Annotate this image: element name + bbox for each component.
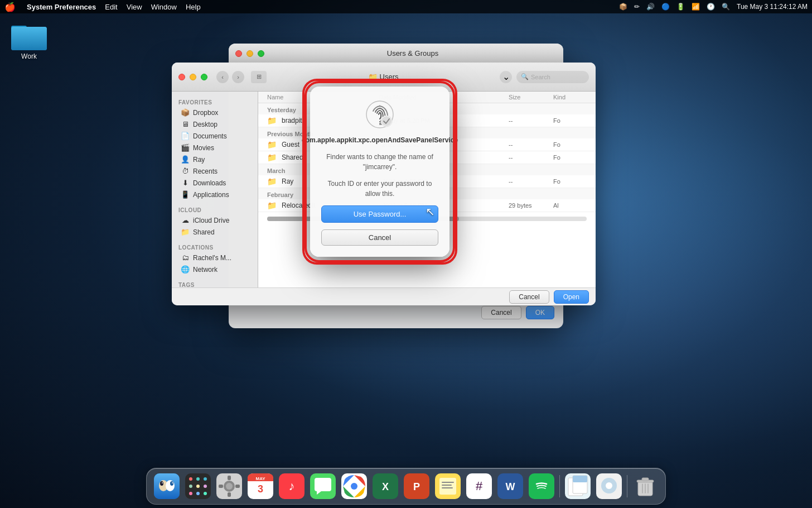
sidebar-item-icloud-drive[interactable]: ☁ iCloud Drive (174, 214, 255, 226)
svg-point-42 (351, 483, 357, 490)
auth-app-name: com.apple.appkit.xpc.openAndSavePanelSer… (302, 136, 458, 145)
sidebar-item-rachels[interactable]: 🗂 Rachel's M... (174, 252, 255, 263)
dock-system-prefs[interactable] (215, 472, 244, 501)
svg-point-9 (166, 480, 175, 491)
menu-edit[interactable]: Edit (105, 3, 117, 11)
menu-view[interactable]: View (127, 3, 142, 11)
finder-forward-button[interactable]: › (232, 71, 244, 83)
dock-powerpoint[interactable]: P (402, 472, 431, 501)
dock-preview[interactable] (563, 472, 592, 501)
bg-ok-button[interactable]: OK (526, 306, 554, 319)
clock-icon: 🕐 (707, 3, 715, 11)
dock-word[interactable]: W (496, 472, 525, 501)
col-size: Size (509, 94, 553, 100)
svg-text:X: X (382, 481, 389, 492)
dock-finder[interactable] (152, 472, 181, 501)
svg-point-64 (606, 482, 612, 489)
folder-label: Work (21, 52, 37, 60)
menubar: 🍎 System Preferences Edit View Window He… (0, 0, 812, 13)
svg-rect-51 (442, 487, 453, 488)
svg-point-5 (381, 116, 392, 126)
file-icon: 📁 (267, 201, 278, 210)
dock-music[interactable]: ♪ (277, 472, 306, 501)
finder-close-button[interactable] (178, 74, 185, 80)
sidebar-item-desktop[interactable]: 🖥 Desktop (174, 118, 255, 130)
svg-rect-49 (442, 482, 454, 483)
menu-help[interactable]: Help (186, 3, 201, 11)
sidebar-item-recents[interactable]: ⏱ Recents (174, 165, 255, 177)
finder-maximize-button[interactable] (201, 74, 207, 80)
dock-excel[interactable]: X (371, 472, 400, 501)
dock-messages[interactable] (308, 472, 337, 501)
minimize-button[interactable] (246, 50, 253, 57)
svg-rect-30 (235, 485, 240, 488)
auth-touch-prompt: Touch ID or enter your password to allow… (321, 179, 438, 199)
finder-search[interactable]: 🔍 Search (516, 71, 589, 83)
svg-point-11 (170, 481, 173, 486)
auth-cancel-button[interactable]: Cancel (321, 229, 438, 246)
maximize-button[interactable] (258, 50, 264, 57)
dock-trash[interactable] (631, 472, 660, 501)
sidebar-item-movies[interactable]: 🎬 Movies (174, 142, 255, 154)
sidebar-item-dropbox[interactable]: 📦 Dropbox (174, 107, 255, 118)
sidebar-item-network[interactable]: 🌐 Network (174, 263, 255, 275)
file-icon: 📁 (267, 177, 278, 186)
sidebar-item-applications[interactable]: 📱 Applications (174, 189, 255, 200)
finder-minimize-button[interactable] (190, 74, 196, 80)
menu-window[interactable]: Window (151, 3, 177, 11)
sidebar-item-downloads[interactable]: ⬇ Downloads (174, 177, 255, 189)
dock-slack[interactable]: # (465, 472, 494, 501)
bg-cancel-button[interactable]: Cancel (481, 306, 521, 319)
svg-point-23 (204, 492, 207, 495)
svg-rect-68 (642, 478, 649, 481)
apple-menu[interactable]: 🍎 (4, 2, 16, 12)
finder-action-button[interactable]: ⌄ (500, 71, 512, 83)
dock-calendar[interactable]: MAY 3 (246, 472, 275, 501)
touch-id-icon (365, 100, 394, 129)
sidebar-item-documents[interactable]: 📄 Documents (174, 130, 255, 142)
dock-preview2[interactable] (594, 472, 624, 501)
svg-text:P: P (413, 481, 420, 492)
auth-description: Finder wants to change the name of "jimc… (321, 152, 438, 172)
svg-text:3: 3 (258, 483, 263, 495)
finder-path-label: 📁 Users (271, 73, 495, 82)
svg-point-16 (196, 477, 200, 481)
file-icon: 📁 (267, 153, 278, 162)
desktop-folder-work[interactable]: Work (11, 21, 47, 60)
svg-rect-50 (442, 485, 452, 486)
dock-chrome[interactable] (340, 472, 369, 501)
sidebar-item-ray[interactable]: 👤 Ray (174, 154, 255, 165)
datetime: Tue May 3 11:24:12 AM (737, 3, 808, 11)
dock-notes[interactable] (433, 472, 462, 501)
documents-sidebar-icon: 📄 (181, 132, 190, 140)
cancel-button[interactable]: Cancel (509, 290, 549, 304)
svg-point-10 (160, 481, 163, 486)
mouse-cursor: ↖ (426, 205, 435, 218)
svg-point-21 (189, 492, 192, 495)
finder-view-button[interactable]: ⊞ (251, 71, 267, 83)
svg-rect-27 (228, 476, 231, 480)
svg-point-12 (162, 482, 163, 483)
file-icon: 📁 (267, 116, 278, 125)
search-icon[interactable]: 🔍 (722, 3, 730, 11)
use-password-button[interactable]: Use Password... (321, 205, 438, 223)
finder-nav-buttons: ‹ › (216, 71, 244, 83)
search-icon: 🔍 (521, 73, 529, 80)
sidebar-item-shared[interactable]: 📁 Shared (174, 226, 255, 238)
file-icon: 📁 (267, 140, 278, 149)
dock-spotify[interactable] (527, 472, 556, 501)
svg-point-18 (189, 485, 192, 488)
dropbox-icon: 📦 (619, 3, 627, 11)
edit-icon: ✏ (634, 3, 640, 11)
icloud-drive-sidebar-icon: ☁ (181, 216, 190, 224)
open-button[interactable]: Open (554, 290, 589, 304)
applications-sidebar-icon: 📱 (181, 190, 190, 199)
menubar-app-name[interactable]: System Preferences (27, 3, 96, 11)
finder-back-button[interactable]: ‹ (216, 71, 229, 83)
close-button[interactable] (235, 50, 242, 57)
icloud-header: iCloud (172, 204, 258, 214)
svg-point-19 (196, 485, 200, 488)
col-kind: Kind (553, 94, 587, 100)
svg-rect-61 (573, 476, 587, 482)
dock-launchpad[interactable] (183, 472, 212, 501)
